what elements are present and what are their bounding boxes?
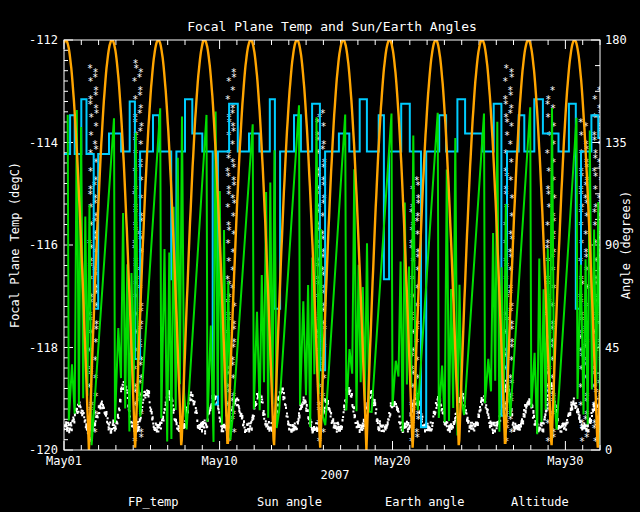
legend-fp-temp: FP_temp [128,495,179,509]
y-left-tick-label: -118 [29,341,58,355]
y-left-tick-label: -114 [29,136,58,150]
legend-sun-angle: Sun angle [257,495,322,509]
y-left-tick-label: -112 [29,33,58,47]
x-tick-label: May30 [547,454,583,468]
svg-text:*: * [138,121,144,132]
svg-text:*: * [508,157,514,168]
svg-text:*: * [138,103,144,114]
x-tick-label: May20 [374,454,410,468]
series-altitude [64,40,600,450]
y-left-axis-title: Focal Plane Temp (degC) [8,162,22,328]
y-right-axis-title: Angle (degrees) [619,191,633,299]
svg-text:*: * [598,175,604,186]
svg-text:*: * [93,85,99,96]
svg-text:*: * [321,139,327,150]
svg-text:*: * [231,175,237,186]
svg-text:*: * [508,67,514,78]
chart-title: Focal Plane Temp and Sun/Earth Angles [187,19,477,34]
legend-earth-angle: Earth angle [385,495,464,509]
screenshot-root: Focal Plane Temp and Sun/Earth Angles Fo… [0,0,640,512]
svg-text:*: * [93,103,99,114]
svg-text:*: * [138,427,144,438]
y-right-tick-label: 45 [605,341,619,355]
focal-plane-chart: Focal Plane Temp and Sun/Earth Angles Fo… [0,0,640,512]
data-series: ****************************************… [63,40,604,450]
y-right-tick-label: 0 [605,443,612,457]
svg-text:*: * [502,76,508,87]
y-left-tick-label: -120 [29,443,58,457]
svg-text:*: * [598,373,604,384]
y-left-tick-label: -116 [29,238,58,252]
svg-text:*: * [321,193,327,204]
svg-text:*: * [87,63,93,74]
legend: FP_temp Sun angle Earth angle Altitude [128,495,569,509]
svg-text:*: * [93,67,99,78]
legend-altitude: Altitude [511,495,569,509]
x-axis-year-label: 2007 [321,468,350,482]
svg-text:*: * [415,211,421,222]
y-right-tick-label: 180 [605,33,627,47]
y-right-tick-label: 135 [605,136,627,150]
y-right-tick-label: 90 [605,238,619,252]
svg-text:*: * [137,85,143,96]
svg-text:*: * [231,67,237,78]
x-tick-label: May10 [202,454,238,468]
svg-text:*: * [503,63,509,74]
svg-text:*: * [133,58,139,69]
svg-text:*: * [544,148,550,159]
svg-text:*: * [549,85,555,96]
svg-text:*: * [508,103,514,114]
